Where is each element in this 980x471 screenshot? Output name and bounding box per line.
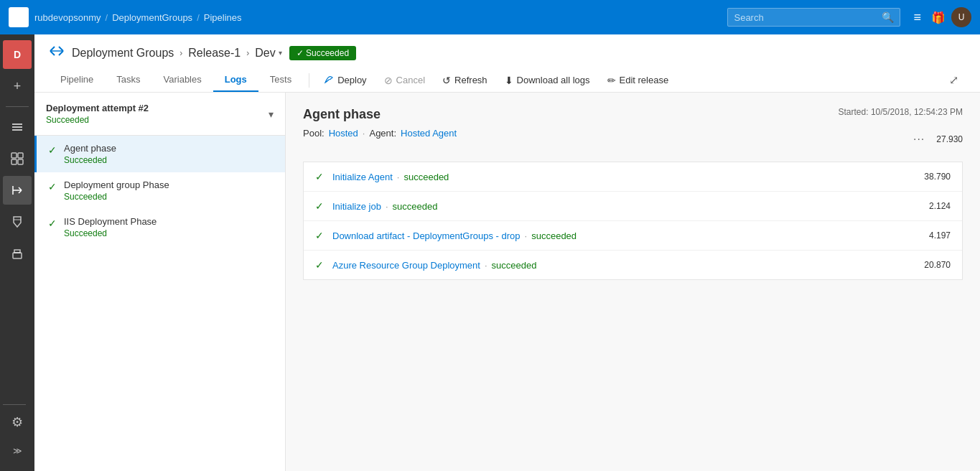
page-title-row: Deployment Groups › Release-1 › Dev ▾ ✓ … — [49, 45, 966, 61]
task-dot-3: · — [485, 260, 487, 271]
topbar-breadcrumb-item-0[interactable]: rubdevopsonmy — [34, 12, 101, 23]
sidebar-item-artifacts[interactable] — [3, 239, 32, 268]
phase-item-agent[interactable]: ✓ Agent phase Succeeded — [34, 136, 285, 172]
topbar-breadcrumb-item-2[interactable]: Pipelines — [204, 12, 242, 23]
started-label: Started: — [839, 107, 869, 117]
sidebar-item-boards[interactable] — [3, 144, 32, 173]
task-name-3[interactable]: Azure Resource Group Deployment — [332, 260, 480, 271]
more-actions-button[interactable]: ··· — [913, 133, 925, 146]
phase-item-deployment-group[interactable]: ✓ Deployment group Phase Succeeded — [34, 172, 285, 209]
agent-phase-title: Agent phase — [303, 107, 381, 122]
avatar[interactable]: U — [951, 7, 971, 27]
deploy-button[interactable]: Deploy — [315, 70, 375, 90]
phase-status-deployment-group: Succeeded — [64, 192, 169, 202]
edit-release-label: Edit release — [620, 75, 669, 85]
task-status-2: succeeded — [531, 230, 577, 241]
task-check-0: ✓ — [315, 171, 324, 182]
phase-check-iis: ✓ — [48, 218, 57, 229]
svg-rect-3 — [19, 18, 24, 23]
task-dot-2: · — [525, 230, 528, 241]
sidebar-item-user[interactable]: D — [3, 40, 32, 69]
cancel-icon: ⊘ — [384, 75, 393, 86]
task-duration-1: 2.124 — [929, 201, 951, 211]
task-row-0[interactable]: ✓ Initialize Agent · succeeded 38.790 — [304, 162, 962, 192]
tab-variables[interactable]: Variables — [152, 68, 213, 92]
deployment-attempt-chevron[interactable]: ▾ — [269, 108, 274, 120]
cancel-button[interactable]: ⊘ Cancel — [375, 70, 434, 90]
sidebar-item-home[interactable] — [3, 113, 32, 141]
tab-divider — [309, 73, 309, 88]
task-row-1[interactable]: ✓ Initialize job · succeeded 2.124 — [304, 192, 962, 221]
tab-pipeline[interactable]: Pipeline — [49, 68, 105, 92]
phase-name-iis: IIS Deployment Phase — [64, 216, 157, 227]
phase-info-agent: Agent phase Succeeded — [64, 143, 116, 165]
breadcrumb-release[interactable]: Release-1 — [188, 47, 241, 60]
phase-status-iis: Succeeded — [64, 228, 157, 238]
pool-value[interactable]: Hosted — [329, 128, 358, 139]
sidebar-item-settings[interactable]: ⚙ — [3, 408, 32, 437]
refresh-button[interactable]: ↺ Refresh — [434, 70, 496, 90]
body-area: Deployment attempt #2 Succeeded ▾ ✓ Agen… — [34, 93, 980, 471]
agent-value[interactable]: Hosted Agent — [401, 128, 457, 139]
svg-rect-9 — [11, 159, 17, 164]
search-input[interactable] — [734, 12, 877, 23]
task-duration-2: 4.197 — [929, 230, 951, 241]
deploy-icon — [324, 74, 334, 86]
env-dropdown[interactable]: Dev ▾ — [255, 47, 281, 60]
expand-icon[interactable]: ⤢ — [942, 69, 966, 91]
topbar-breadcrumb-item-1[interactable]: DeploymentGroups — [112, 12, 192, 23]
pool-label: Pool: — [303, 128, 325, 139]
edit-release-button[interactable]: ✏ Edit release — [599, 70, 678, 90]
main-layout: D + — [0, 34, 980, 471]
phase-duration: 27.930 — [936, 134, 963, 144]
task-row-2[interactable]: ✓ Download artifact - DeploymentGroups -… — [304, 221, 962, 251]
task-status-3: succeeded — [492, 260, 537, 271]
edit-icon: ✏ — [607, 75, 616, 86]
task-status-0: succeeded — [403, 172, 449, 182]
agent-phase-header: Agent phase Started: 10/5/2018, 12:54:23… — [303, 107, 963, 122]
phase-name-deployment-group: Deployment group Phase — [64, 179, 169, 190]
download-logs-label: Download all logs — [517, 75, 590, 85]
list-icon[interactable]: ≡ — [913, 10, 921, 25]
deployment-attempt: Deployment attempt #2 Succeeded ▾ — [34, 93, 285, 136]
app-logo[interactable] — [9, 7, 29, 27]
search-icon[interactable]: 🔍 — [882, 11, 894, 23]
phase-status-agent: Succeeded — [64, 155, 116, 165]
page-content: Deployment Groups › Release-1 › Dev ▾ ✓ … — [34, 34, 980, 471]
topbar-sep-0: / — [106, 12, 108, 23]
svg-rect-7 — [11, 153, 17, 158]
sidebar-item-add[interactable]: + — [3, 72, 32, 101]
svg-rect-11 — [13, 253, 22, 258]
chevron-icon-2: › — [246, 48, 249, 58]
task-name-2[interactable]: Download artifact - DeploymentGroups - d… — [332, 230, 521, 241]
bag-icon[interactable]: 🎁 — [931, 11, 946, 24]
svg-rect-8 — [18, 153, 23, 158]
task-row-3[interactable]: ✓ Azure Resource Group Deployment · succ… — [304, 251, 962, 279]
phase-name-agent: Agent phase — [64, 143, 116, 154]
tab-logs[interactable]: Logs — [213, 68, 258, 92]
task-check-2: ✓ — [315, 230, 324, 241]
phase-item-iis[interactable]: ✓ IIS Deployment Phase Succeeded — [34, 209, 285, 246]
icon-rail-divider-1 — [6, 106, 29, 107]
svg-rect-2 — [13, 18, 18, 23]
sidebar-item-testplans[interactable] — [3, 207, 32, 236]
topbar-search[interactable]: 🔍 — [727, 8, 900, 27]
cancel-label: Cancel — [396, 75, 425, 85]
tab-tests[interactable]: Tests — [258, 68, 303, 92]
refresh-icon: ↺ — [442, 75, 451, 86]
chevron-down-icon: ▾ — [279, 49, 282, 57]
tab-tasks[interactable]: Tasks — [105, 68, 151, 92]
left-panel: Deployment attempt #2 Succeeded ▾ ✓ Agen… — [34, 93, 286, 471]
task-name-0[interactable]: Initialize Agent — [332, 172, 393, 182]
task-name-1[interactable]: Initialize job — [332, 201, 381, 212]
sidebar-item-expand[interactable]: ≫ — [3, 437, 32, 465]
phase-info-deployment-group: Deployment group Phase Succeeded — [64, 179, 169, 202]
status-badge: ✓ Succeeded — [289, 46, 356, 60]
agent-phase-meta-row: Pool: Hosted · Agent: Hosted Agent ··· 2… — [303, 128, 963, 150]
icon-rail-divider-2 — [3, 404, 26, 405]
agent-phase-meta: Pool: Hosted · Agent: Hosted Agent — [303, 128, 457, 139]
svg-rect-6 — [12, 129, 22, 131]
download-logs-button[interactable]: ⬇ Download all logs — [496, 70, 599, 90]
sidebar-item-pipelines[interactable] — [3, 176, 32, 205]
breadcrumb-deployment-groups[interactable]: Deployment Groups — [72, 47, 174, 60]
